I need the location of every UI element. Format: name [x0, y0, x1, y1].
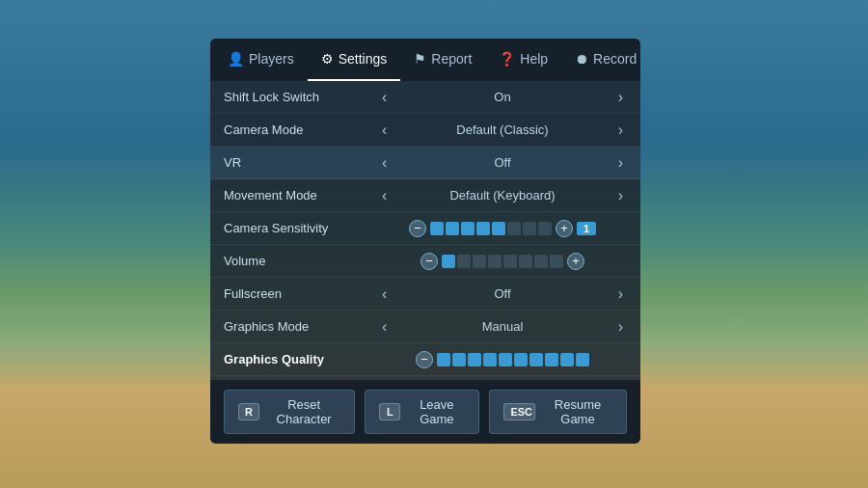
gq-block3	[468, 353, 481, 366]
vr-control: ‹ Off ›	[378, 155, 627, 171]
vol-block7	[534, 255, 548, 268]
movement-mode-right[interactable]: ›	[614, 188, 627, 203]
gq-block1	[437, 353, 450, 366]
movement-mode-left[interactable]: ‹	[378, 188, 391, 203]
camera-sensitivity-control: − + 1	[378, 220, 627, 237]
vol-block5	[503, 255, 517, 268]
graphics-mode-left[interactable]: ‹	[378, 319, 391, 335]
fullscreen-value: Off	[398, 286, 606, 301]
help-icon: ❓	[499, 51, 515, 67]
gq-block7	[529, 353, 543, 366]
camera-mode-label: Camera Mode	[224, 122, 378, 137]
gq-block5	[499, 353, 512, 366]
vol-block6	[519, 255, 532, 268]
shift-lock-right[interactable]: ›	[614, 90, 627, 105]
vr-label: VR	[224, 155, 378, 170]
gq-block9	[560, 353, 574, 366]
setting-vr: VR ‹ Off ›	[210, 147, 640, 179]
shift-lock-left[interactable]: ‹	[378, 90, 391, 105]
tab-help-label: Help	[520, 51, 548, 67]
block8	[538, 222, 552, 235]
camera-mode-right[interactable]: ›	[614, 122, 627, 138]
graphics-mode-control: ‹ Manual ›	[378, 319, 627, 335]
vr-value: Off	[398, 155, 606, 170]
tab-settings[interactable]: ⚙ Settings	[308, 39, 401, 81]
reset-character-button[interactable]: R Reset Character	[224, 390, 355, 434]
gq-block4	[483, 353, 497, 366]
bottom-bar: R Reset Character L Leave Game ESC Resum…	[210, 380, 640, 444]
vol-block3	[473, 255, 486, 268]
tab-report[interactable]: ⚑ Report	[400, 39, 485, 81]
reset-key: R	[238, 403, 259, 420]
camera-sensitivity-minus[interactable]: −	[409, 220, 426, 237]
report-icon: ⚑	[414, 51, 426, 67]
movement-mode-control: ‹ Default (Keyboard) ›	[378, 188, 627, 203]
fullscreen-label: Fullscreen	[224, 286, 378, 301]
leave-game-button[interactable]: L Leave Game	[365, 390, 479, 434]
tab-help[interactable]: ❓ Help	[485, 39, 561, 81]
tab-settings-label: Settings	[339, 51, 388, 67]
players-icon: 👤	[228, 51, 244, 67]
graphics-quality-control: −	[378, 351, 627, 368]
graphics-mode-label: Graphics Mode	[224, 319, 378, 334]
fullscreen-left[interactable]: ‹	[378, 286, 391, 302]
reset-label: Reset Character	[267, 397, 340, 426]
volume-minus[interactable]: −	[420, 253, 438, 270]
camera-mode-value: Default (Classic)	[398, 122, 606, 137]
fullscreen-control: ‹ Off ›	[378, 286, 627, 302]
gq-block10	[576, 353, 589, 366]
tab-players-label: Players	[249, 51, 294, 67]
tab-record-label: Record	[593, 51, 637, 67]
shift-lock-value: On	[398, 90, 606, 104]
settings-panel: 👤 Players ⚙ Settings ⚑ Report ❓ Help ⏺ R…	[210, 39, 640, 444]
setting-graphics-quality: Graphics Quality −	[210, 343, 640, 376]
vr-right[interactable]: ›	[614, 155, 627, 171]
fullscreen-right[interactable]: ›	[614, 286, 627, 302]
volume-plus[interactable]: +	[567, 253, 584, 270]
tab-report-label: Report	[431, 51, 472, 67]
setting-camera-mode: Camera Mode ‹ Default (Classic) ›	[210, 114, 640, 147]
vol-block1	[442, 255, 455, 268]
graphics-quality-label: Graphics Quality	[224, 352, 378, 366]
settings-content: Shift Lock Switch ‹ On › Camera Mode ‹ D…	[210, 81, 640, 380]
record-icon: ⏺	[575, 51, 588, 67]
graphics-quality-blocks	[437, 353, 589, 366]
tab-record[interactable]: ⏺ Record	[561, 39, 650, 81]
volume-control: − +	[378, 253, 627, 270]
resume-key: ESC	[503, 403, 535, 420]
block4	[476, 222, 490, 235]
tab-bar: 👤 Players ⚙ Settings ⚑ Report ❓ Help ⏺ R…	[210, 39, 640, 81]
camera-mode-control: ‹ Default (Classic) ›	[378, 122, 627, 138]
vol-block4	[488, 255, 502, 268]
block7	[523, 222, 536, 235]
setting-camera-sensitivity: Camera Sensitivity − + 1	[210, 212, 640, 245]
tab-players[interactable]: 👤 Players	[214, 39, 308, 81]
shift-lock-label: Shift Lock Switch	[224, 90, 378, 104]
camera-sensitivity-blocks	[430, 222, 552, 235]
resume-game-button[interactable]: ESC Resume Game	[489, 390, 627, 434]
camera-sensitivity-value: 1	[577, 222, 596, 235]
camera-sensitivity-plus[interactable]: +	[556, 220, 573, 237]
block3	[461, 222, 475, 235]
vol-block8	[550, 255, 563, 268]
setting-volume: Volume − +	[210, 245, 640, 278]
setting-shift-lock: Shift Lock Switch ‹ On ›	[210, 81, 640, 114]
graphics-quality-minus[interactable]: −	[416, 351, 433, 368]
block1	[430, 222, 444, 235]
resume-label: Resume Game	[543, 397, 612, 426]
graphics-mode-right[interactable]: ›	[614, 319, 627, 335]
setting-movement-mode: Movement Mode ‹ Default (Keyboard) ›	[210, 179, 640, 212]
block6	[507, 222, 521, 235]
gq-block8	[545, 353, 558, 366]
leave-label: Leave Game	[408, 397, 465, 426]
settings-icon: ⚙	[321, 51, 334, 67]
volume-label: Volume	[224, 254, 378, 268]
camera-mode-left[interactable]: ‹	[378, 122, 391, 138]
gq-block6	[514, 353, 528, 366]
block2	[446, 222, 459, 235]
volume-blocks	[442, 255, 563, 268]
vr-left[interactable]: ‹	[378, 155, 391, 171]
movement-mode-label: Movement Mode	[224, 188, 378, 203]
setting-fullscreen: Fullscreen ‹ Off ›	[210, 278, 640, 311]
vol-block2	[457, 255, 471, 268]
